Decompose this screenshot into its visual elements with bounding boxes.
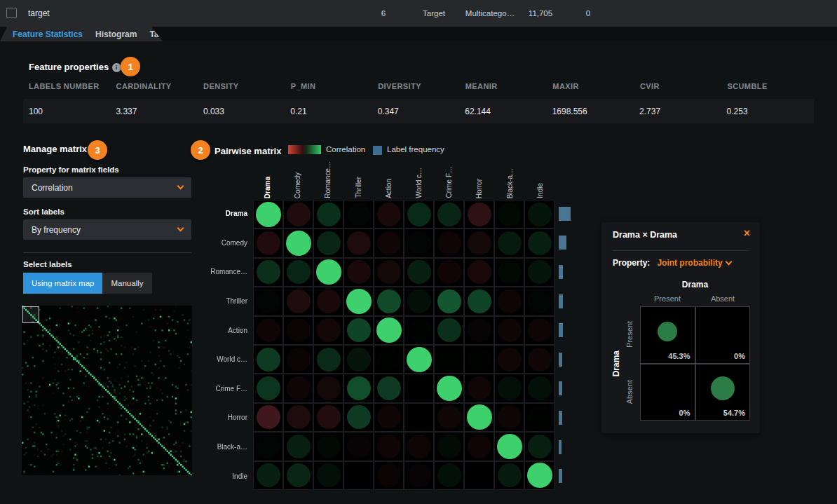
matrix-cell-Indie-Romance…[interactable] bbox=[314, 462, 343, 489]
matrix-cell-Romance…-Horror[interactable] bbox=[465, 259, 494, 286]
matrix-cell-Drama-Crime F…[interactable] bbox=[435, 200, 463, 228]
info-icon[interactable]: i bbox=[112, 63, 121, 72]
matrix-cell-Drama-World c…[interactable] bbox=[404, 200, 433, 228]
matrix-cell-Romance…-Crime F…[interactable] bbox=[435, 259, 463, 286]
matrix-map-selection[interactable] bbox=[22, 306, 39, 323]
matrix-cell-Thriller-Action[interactable] bbox=[374, 287, 403, 315]
column-label[interactable]: Romance… bbox=[324, 161, 332, 198]
row-label[interactable]: Indie bbox=[232, 472, 247, 480]
matrix-cell-Crime F…-Comedy[interactable] bbox=[284, 374, 313, 402]
matrix-cell-World c…-Crime F…[interactable] bbox=[435, 346, 463, 373]
matrix-cell-Action-Horror[interactable] bbox=[465, 317, 494, 344]
matrix-cell-Comedy-Crime F…[interactable] bbox=[435, 229, 463, 257]
row-label[interactable]: Drama bbox=[226, 210, 247, 217]
matrix-cell-Horror-Crime F…[interactable] bbox=[435, 404, 463, 431]
column-label[interactable]: Comedy bbox=[294, 172, 301, 198]
matrix-cell-World c…-Comedy[interactable] bbox=[284, 346, 313, 373]
matrix-cell-Drama-Black-a…[interactable] bbox=[495, 200, 524, 228]
matrix-map-canvas[interactable] bbox=[22, 306, 192, 475]
matrix-cell-Comedy-Horror[interactable] bbox=[465, 229, 494, 257]
tour-badge-1[interactable]: 1 bbox=[121, 57, 140, 76]
matrix-cell-Indie-Action[interactable] bbox=[374, 462, 403, 489]
matrix-cell-Thriller-Horror[interactable] bbox=[465, 287, 494, 315]
close-icon[interactable]: × bbox=[744, 227, 750, 240]
row-label[interactable]: Comedy bbox=[222, 239, 247, 247]
matrix-cell-Action-Drama[interactable] bbox=[254, 317, 283, 344]
tour-badge-3[interactable]: 3 bbox=[88, 140, 107, 160]
matrix-cell-Horror-Romance…[interactable] bbox=[314, 404, 343, 431]
matrix-cell-Thriller-Thriller[interactable] bbox=[344, 287, 373, 315]
matrix-cell-Black-a…-Indie[interactable] bbox=[525, 433, 554, 460]
matrix-cell-Romance…-Thriller[interactable] bbox=[344, 259, 373, 286]
matrix-cell-Thriller-Black-a…[interactable] bbox=[495, 287, 524, 315]
matrix-cell-Drama-Drama[interactable] bbox=[254, 200, 283, 228]
matrix-cell-Black-a…-World c…[interactable] bbox=[404, 433, 433, 460]
matrix-cell-Action-Black-a…[interactable] bbox=[495, 317, 524, 344]
matrix-cell-Comedy-Action[interactable] bbox=[374, 229, 403, 257]
matrix-cell-World c…-Thriller[interactable] bbox=[344, 346, 373, 373]
matrix-cell-Romance…-Black-a…[interactable] bbox=[495, 259, 524, 286]
matrix-cell-Horror-Horror[interactable] bbox=[465, 404, 494, 431]
matrix-cell-Crime F…-Drama[interactable] bbox=[254, 374, 283, 402]
matrix-cell-Indie-Indie[interactable] bbox=[525, 462, 554, 489]
matrix-cell-Black-a…-Comedy[interactable] bbox=[284, 433, 313, 460]
matrix-cell-Action-Romance…[interactable] bbox=[314, 317, 343, 344]
matrix-cell-World c…-Black-a…[interactable] bbox=[495, 346, 524, 373]
matrix-cell-Romance…-Romance…[interactable] bbox=[314, 259, 343, 286]
matrix-cell-Crime F…-Action[interactable] bbox=[374, 374, 403, 402]
matrix-cell-Action-World c…[interactable] bbox=[404, 317, 433, 344]
matrix-cell-Drama-Romance…[interactable] bbox=[314, 200, 343, 228]
row-label[interactable]: Crime F… bbox=[215, 385, 247, 393]
matrix-cell-Romance…-World c…[interactable] bbox=[404, 259, 433, 286]
feature-checkbox[interactable] bbox=[6, 8, 17, 18]
matrix-cell-Drama-Comedy[interactable] bbox=[284, 200, 313, 228]
tour-badge-2[interactable]: 2 bbox=[191, 140, 210, 160]
toggle-using-matrix-map[interactable]: Using matrix map bbox=[23, 273, 102, 294]
matrix-cell-Thriller-Comedy[interactable] bbox=[284, 287, 313, 315]
matrix-cell-Crime F…-Horror[interactable] bbox=[465, 374, 494, 402]
row-label[interactable]: Horror bbox=[228, 414, 247, 421]
matrix-cell-Thriller-Indie[interactable] bbox=[525, 287, 554, 315]
column-label[interactable]: Thriller bbox=[355, 177, 362, 198]
tab-feature-statistics[interactable]: Feature Statistics bbox=[13, 29, 83, 39]
matrix-cell-Comedy-Thriller[interactable] bbox=[344, 229, 373, 257]
matrix-cell-Romance…-Action[interactable] bbox=[374, 259, 403, 286]
matrix-cell-Thriller-World c…[interactable] bbox=[404, 287, 433, 315]
matrix-cell-Black-a…-Romance…[interactable] bbox=[314, 433, 343, 460]
column-label[interactable]: Indie bbox=[536, 183, 544, 198]
column-label[interactable]: Black-a… bbox=[506, 168, 514, 198]
matrix-cell-Crime F…-Indie[interactable] bbox=[525, 374, 554, 402]
tab-table[interactable]: Table bbox=[149, 29, 170, 39]
matrix-cell-Horror-Drama[interactable] bbox=[254, 404, 283, 431]
matrix-cell-Horror-Thriller[interactable] bbox=[344, 404, 373, 431]
matrix-cell-Crime F…-Thriller[interactable] bbox=[344, 374, 373, 402]
matrix-cell-Black-a…-Drama[interactable] bbox=[254, 433, 283, 460]
matrix-cell-Action-Comedy[interactable] bbox=[284, 317, 313, 344]
row-label[interactable]: Black-a… bbox=[217, 443, 247, 451]
matrix-cell-Black-a…-Horror[interactable] bbox=[465, 433, 494, 460]
row-label[interactable]: Action bbox=[228, 327, 247, 334]
toggle-manually[interactable]: Manually bbox=[102, 273, 151, 294]
matrix-cell-Black-a…-Crime F…[interactable] bbox=[435, 433, 463, 460]
matrix-cell-Comedy-Drama[interactable] bbox=[254, 229, 283, 257]
matrix-cell-Indie-Crime F…[interactable] bbox=[435, 462, 463, 489]
matrix-cell-World c…-Romance…[interactable] bbox=[314, 346, 343, 373]
matrix-cell-Comedy-Black-a…[interactable] bbox=[495, 229, 524, 257]
matrix-cell-Drama-Action[interactable] bbox=[374, 200, 403, 228]
matrix-cell-World c…-Horror[interactable] bbox=[465, 346, 494, 373]
matrix-cell-Drama-Indie[interactable] bbox=[525, 200, 554, 228]
popup-property-select[interactable]: Joint probability bbox=[657, 258, 722, 268]
matrix-cell-Indie-World c…[interactable] bbox=[404, 462, 433, 489]
row-label[interactable]: Thriller bbox=[226, 297, 247, 305]
matrix-cell-Action-Action[interactable] bbox=[374, 317, 403, 344]
row-label[interactable]: Romance… bbox=[210, 268, 247, 275]
column-label[interactable]: Drama bbox=[264, 177, 271, 198]
matrix-cell-Horror-Action[interactable] bbox=[374, 404, 403, 431]
matrix-cell-Crime F…-Black-a…[interactable] bbox=[495, 374, 524, 402]
matrix-cell-Thriller-Drama[interactable] bbox=[254, 287, 283, 315]
matrix-cell-Horror-Black-a…[interactable] bbox=[495, 404, 524, 431]
matrix-cell-Horror-Comedy[interactable] bbox=[284, 404, 313, 431]
matrix-cell-Indie-Horror[interactable] bbox=[465, 462, 494, 489]
matrix-cell-Drama-Horror[interactable] bbox=[465, 200, 494, 228]
tab-histogram[interactable]: Histogram bbox=[95, 29, 137, 39]
